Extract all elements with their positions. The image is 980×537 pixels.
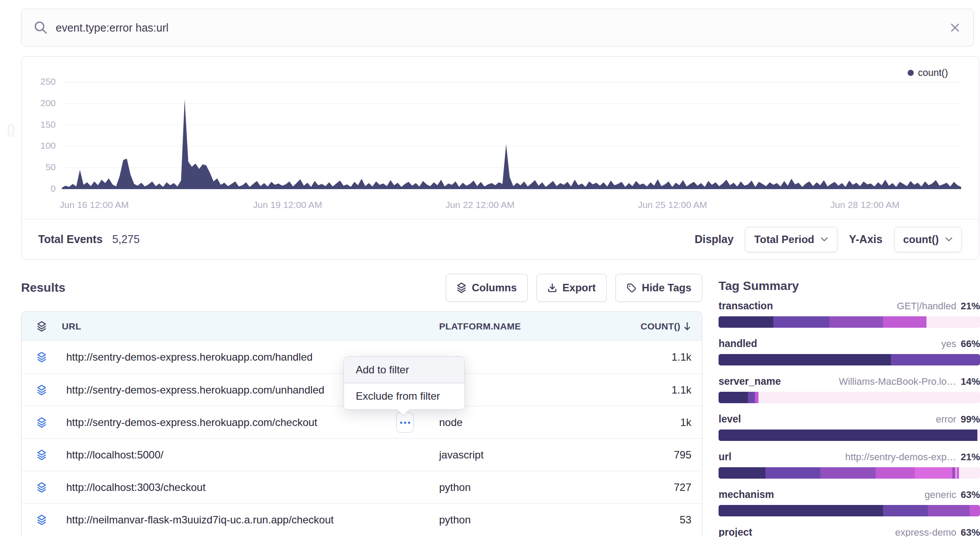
bar-segment xyxy=(719,354,891,365)
tag-name: handled xyxy=(719,338,757,350)
url-cell[interactable]: http://sentry-demos-express.herokuapp.co… xyxy=(62,416,439,429)
bar-segment xyxy=(773,316,830,328)
bar-segment xyxy=(765,467,820,479)
tag-percentage: 66% xyxy=(961,338,980,349)
url-cell[interactable]: http://localhost:3003/checkout xyxy=(62,481,439,494)
bar-segment xyxy=(876,467,915,479)
tag-top-value: generic xyxy=(925,489,956,500)
tag-distribution-bar[interactable] xyxy=(719,430,980,441)
platform-cell: python xyxy=(439,481,628,494)
bar-segment xyxy=(915,467,952,479)
row-stack-icon[interactable] xyxy=(37,515,46,525)
x-tick-label: Jun 28 12:00 AM xyxy=(821,200,909,210)
bar-segment xyxy=(928,505,969,516)
y-tick-label: 200 xyxy=(21,98,56,108)
cell-actions-button[interactable] xyxy=(396,412,414,433)
x-tick-label: Jun 25 12:00 AM xyxy=(629,200,716,210)
tag-name: level xyxy=(719,413,741,425)
tag-distribution-bar[interactable] xyxy=(719,316,980,328)
menu-item-add-to-filter[interactable]: Add to filter xyxy=(344,357,465,383)
count-cell: 795 xyxy=(628,449,702,461)
hide-tags-button[interactable]: Hide Tags xyxy=(615,274,702,302)
yaxis-select[interactable]: count() xyxy=(894,227,962,252)
table-row: http://sentry-demos-express.herokuapp.co… xyxy=(21,406,702,438)
tag-name: server_name xyxy=(719,376,781,387)
export-button[interactable]: Export xyxy=(536,274,607,302)
tag-percentage: 63% xyxy=(961,527,980,537)
bar-segment xyxy=(883,316,926,328)
display-label: Display xyxy=(694,233,733,246)
button-label: Columns xyxy=(472,282,517,294)
tag-percentage: 99% xyxy=(961,414,980,425)
column-header-url[interactable]: URL xyxy=(62,321,439,332)
bar-segment xyxy=(748,392,755,403)
table-header: URL PLATFORM.NAME COUNT() xyxy=(21,312,702,341)
tag-name: mechanism xyxy=(719,489,774,501)
sidebar-collapse-handle[interactable] xyxy=(8,125,14,136)
tag-name: transaction xyxy=(719,300,773,312)
bar-segment xyxy=(719,430,977,441)
x-tick-label: Jun 22 12:00 AM xyxy=(436,200,524,210)
display-select[interactable]: Total Period xyxy=(745,227,837,252)
bar-segment xyxy=(758,392,980,403)
platform-cell: node xyxy=(439,416,628,429)
bar-segment xyxy=(891,354,980,365)
count-header-label: COUNT() xyxy=(640,321,680,332)
total-events-label: Total Events xyxy=(38,233,103,246)
search-bar[interactable] xyxy=(21,9,974,47)
discover-page: count() 050100150200250 Jun 16 12:00 AMJ… xyxy=(0,0,980,537)
tag-top-value: Williams-MacBook-Pro.lo… xyxy=(839,376,956,387)
columns-button[interactable]: Columns xyxy=(446,274,528,302)
results-table: URL PLATFORM.NAME COUNT() http://sentry-… xyxy=(21,311,702,537)
bar-segment xyxy=(719,467,765,479)
bar-segment xyxy=(977,430,980,441)
stack-icon xyxy=(457,283,466,293)
y-tick-label: 150 xyxy=(21,119,56,130)
search-input[interactable] xyxy=(56,21,949,34)
tag-distribution-bar[interactable] xyxy=(719,467,980,479)
y-tick-label: 50 xyxy=(21,162,56,172)
row-stack-icon[interactable] xyxy=(37,482,46,493)
count-cell: 1k xyxy=(628,416,702,429)
tag-percentage: 14% xyxy=(961,376,980,387)
row-stack-icon[interactable] xyxy=(37,352,46,362)
bar-segment xyxy=(883,505,927,516)
area-chart-svg xyxy=(62,64,961,190)
button-label: Export xyxy=(562,282,596,294)
results-toolbar: ColumnsExportHide Tags xyxy=(21,274,702,302)
column-header-platform[interactable]: PLATFORM.NAME xyxy=(439,321,628,332)
row-stack-icon[interactable] xyxy=(37,450,46,460)
platform-cell: javascript xyxy=(439,449,628,461)
sort-desc-icon xyxy=(683,322,691,331)
chevron-down-icon xyxy=(945,237,953,242)
tag-distribution-bar[interactable] xyxy=(719,392,980,403)
tag-row-level: levelerror99% xyxy=(719,413,980,441)
count-cell: 53 xyxy=(628,514,702,526)
tag-top-value: yes xyxy=(941,338,956,349)
tag-name: project xyxy=(719,526,752,537)
chart-plot xyxy=(62,64,961,190)
tag-row-url: urlhttp://sentry-demos-exp…21% xyxy=(719,451,980,479)
clear-search-icon[interactable] xyxy=(949,21,961,34)
url-cell[interactable]: http://neilmanvar-flask-m3uuizd7iq-uc.a.… xyxy=(62,514,439,526)
bar-segment xyxy=(926,316,980,328)
tag-distribution-bar[interactable] xyxy=(719,354,980,365)
tag-top-value: error xyxy=(936,414,956,425)
count-cell: 1.1k xyxy=(628,351,702,363)
row-stack-icon[interactable] xyxy=(37,385,46,395)
x-tick-label: Jun 19 12:00 AM xyxy=(244,200,332,210)
tag-top-value: express-demo xyxy=(895,527,956,537)
count-cell: 1.1k xyxy=(628,384,702,396)
area-series xyxy=(62,99,961,189)
url-cell[interactable]: http://localhost:5000/ xyxy=(62,449,439,461)
tag-row-transaction: transactionGET|/handled21% xyxy=(719,300,980,328)
y-tick-label: 250 xyxy=(21,76,56,87)
header-stack-icon xyxy=(37,321,46,332)
row-stack-icon[interactable] xyxy=(37,417,46,428)
column-header-count[interactable]: COUNT() xyxy=(628,321,702,332)
chart-footer: Total Events 5,275 Display Total Period … xyxy=(21,219,979,259)
tag-row-server_name: server_nameWilliams-MacBook-Pro.lo…14% xyxy=(719,376,980,403)
tag-distribution-bar[interactable] xyxy=(719,505,980,516)
tag-name: url xyxy=(719,451,731,463)
events-chart-card: count() 050100150200250 Jun 16 12:00 AMJ… xyxy=(21,56,979,260)
